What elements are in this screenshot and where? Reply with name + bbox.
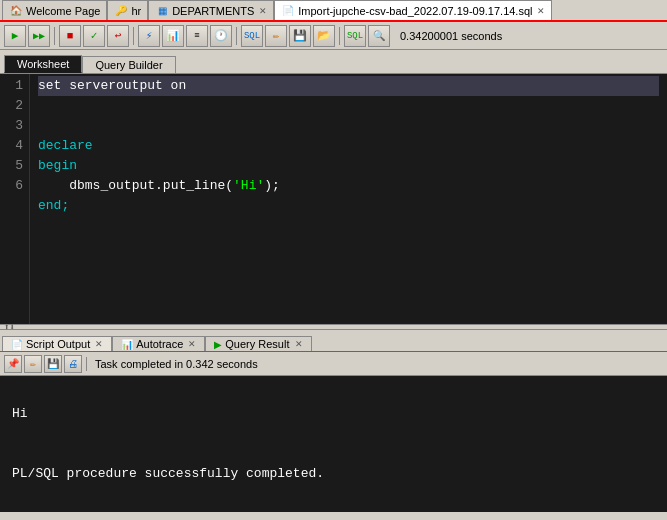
stop-button[interactable]: ■ xyxy=(59,25,81,47)
tab-query-result-close[interactable]: ✕ xyxy=(295,339,303,349)
stop-icon: ■ xyxy=(67,30,74,42)
run-script-icon: ▶▶ xyxy=(33,30,45,42)
tab-script-output[interactable]: 📄 Script Output ✕ xyxy=(2,336,112,351)
print-output-button[interactable]: 🖨 xyxy=(64,355,82,373)
tab-welcome-page[interactable]: 🏠 Welcome Page xyxy=(2,0,107,20)
output-area: Hi PL/SQL procedure successfully complet… xyxy=(0,376,667,512)
history-button[interactable]: 🕐 xyxy=(210,25,232,47)
autotrace-button[interactable]: 📊 xyxy=(162,25,184,47)
home-icon: 🏠 xyxy=(9,4,23,18)
tab-query-result[interactable]: ▶ Query Result ✕ xyxy=(205,336,311,351)
bottom-toolbar: 📌 ✏ 💾 🖨 Task completed in 0.342 seconds xyxy=(0,352,667,376)
save-output-button[interactable]: 💾 xyxy=(44,355,62,373)
parse-button[interactable]: SQL xyxy=(344,25,366,47)
explain-button[interactable]: ⚡ xyxy=(138,25,160,47)
status-text: Task completed in 0.342 seconds xyxy=(95,358,258,370)
tab-sql-file-close[interactable]: ✕ xyxy=(537,6,545,16)
output-hi: Hi xyxy=(12,406,28,421)
rollback-icon: ↩ xyxy=(115,29,122,42)
format-button[interactable]: ≡ xyxy=(186,25,208,47)
separator-1 xyxy=(54,27,55,45)
tab-departments[interactable]: ▦ DEPARTMENTS ✕ xyxy=(148,0,274,20)
tab-hr[interactable]: 🔑 hr xyxy=(107,0,148,20)
separator-2 xyxy=(133,27,134,45)
tab-query-builder[interactable]: Query Builder xyxy=(82,56,175,73)
save-output-icon: 💾 xyxy=(47,358,59,370)
find-icon: 🔍 xyxy=(373,30,385,42)
tab-bar: 🏠 Welcome Page 🔑 hr ▦ DEPARTMENTS ✕ 📄 Im… xyxy=(0,0,667,22)
bottom-tab-bar: 📄 Script Output ✕ 📊 Autotrace ✕ ▶ Query … xyxy=(0,330,667,352)
output-plsql: PL/SQL procedure successfully completed. xyxy=(12,466,324,481)
bottom-panel: 📄 Script Output ✕ 📊 Autotrace ✕ ▶ Query … xyxy=(0,330,667,512)
connection-button[interactable]: SQL xyxy=(241,25,263,47)
toolbar: ▶ ▶▶ ■ ✓ ↩ ⚡ 📊 ≡ 🕐 SQL ✏ 💾 📂 SQL 🔍 xyxy=(0,22,667,50)
open-button[interactable]: 📂 xyxy=(313,25,335,47)
history-icon: 🕐 xyxy=(214,29,228,42)
format-icon: ≡ xyxy=(194,31,199,41)
autotrace-icon: 📊 xyxy=(166,29,180,42)
run-button[interactable]: ▶ xyxy=(4,25,26,47)
bottom-separator-1 xyxy=(86,357,87,371)
tab-script-output-close[interactable]: ✕ xyxy=(95,339,103,349)
parse-icon: SQL xyxy=(347,31,363,41)
timer-display: 0.34200001 seconds xyxy=(400,30,502,42)
table-icon: ▦ xyxy=(155,4,169,18)
autotrace-tab-icon: 📊 xyxy=(121,339,133,350)
sql-icon: 📄 xyxy=(281,4,295,18)
key-icon: 🔑 xyxy=(114,4,128,18)
tab-autotrace[interactable]: 📊 Autotrace ✕ xyxy=(112,336,205,351)
code-editor[interactable]: set serveroutput on declare begin dbms_o… xyxy=(30,74,667,324)
pin-button[interactable]: 📌 xyxy=(4,355,22,373)
run-icon: ▶ xyxy=(12,29,19,42)
query-result-icon: ▶ xyxy=(214,339,222,350)
rollback-button[interactable]: ↩ xyxy=(107,25,129,47)
tab-sql-file[interactable]: 📄 Import-jupche-csv-bad_2022.07.19-09.17… xyxy=(274,0,552,20)
tab-autotrace-close[interactable]: ✕ xyxy=(188,339,196,349)
pin-icon: 📌 xyxy=(7,358,19,370)
line-numbers: 1 2 3 4 5 6 xyxy=(0,74,30,324)
connection-icon: SQL xyxy=(244,31,260,41)
separator-3 xyxy=(236,27,237,45)
script-output-icon: 📄 xyxy=(11,339,23,350)
separator-4 xyxy=(339,27,340,45)
commit-button[interactable]: ✓ xyxy=(83,25,105,47)
edit-output-icon: ✏ xyxy=(30,358,36,370)
save-icon: 💾 xyxy=(293,29,307,42)
save-button[interactable]: 💾 xyxy=(289,25,311,47)
print-output-icon: 🖨 xyxy=(68,358,78,370)
explain-icon: ⚡ xyxy=(146,29,153,42)
open-icon: 📂 xyxy=(317,29,331,42)
sub-tab-bar: Worksheet Query Builder xyxy=(0,50,667,74)
clear-icon: ✏ xyxy=(273,29,280,42)
find-button[interactable]: 🔍 xyxy=(368,25,390,47)
edit-output-button[interactable]: ✏ xyxy=(24,355,42,373)
tab-departments-close[interactable]: ✕ xyxy=(259,6,267,16)
commit-icon: ✓ xyxy=(91,29,98,42)
clear-button[interactable]: ✏ xyxy=(265,25,287,47)
tab-worksheet[interactable]: Worksheet xyxy=(4,55,82,73)
run-script-button[interactable]: ▶▶ xyxy=(28,25,50,47)
editor-area[interactable]: 1 2 3 4 5 6 set serveroutput on declare … xyxy=(0,74,667,324)
